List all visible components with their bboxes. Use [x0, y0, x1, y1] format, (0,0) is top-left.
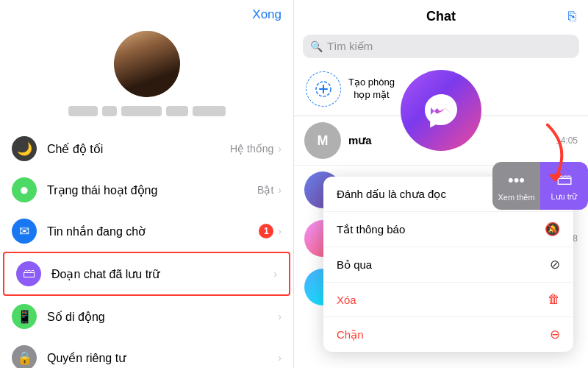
messenger-logo: [401, 70, 481, 151]
privacy-label: Quyền riêng tư: [47, 351, 278, 365]
name-bar: [68, 106, 226, 116]
right-panel: Chat ⎘ 🔍 Tìm kiếm Tạo phònghọp mặt: [294, 0, 588, 368]
avatar-mua: M: [304, 122, 341, 159]
ctx-label-delete: Xóa: [337, 294, 356, 306]
archive-label: Lưu trữ: [551, 192, 577, 202]
menu-item-archived[interactable]: 🗃 Đoạn chat đã lưu trữ ›: [3, 252, 290, 296]
chat-title: Chat: [426, 9, 456, 24]
name-block-4: [166, 106, 188, 116]
ctx-icon-delete: 🗑: [548, 292, 560, 307]
edit-icon[interactable]: ⎘: [568, 9, 576, 24]
chevron-icon: ›: [278, 184, 282, 196]
messenger-logo-area: [401, 70, 481, 151]
chevron-icon: ›: [278, 225, 282, 237]
menu-item-pending[interactable]: ✉ Tin nhắn đang chờ 1 ›: [0, 210, 293, 252]
ctx-label-mark-unread: Đánh dấu là chưa đọc: [337, 188, 446, 201]
dark-mode-value: Hệ thống: [230, 143, 273, 155]
ctx-block[interactable]: Chặn ⊖: [323, 317, 573, 352]
ctx-delete[interactable]: Xóa 🗑: [323, 283, 573, 317]
pending-right: 1 ›: [259, 224, 282, 238]
archived-label: Đoạn chat đã lưu trữ: [51, 267, 273, 281]
ctx-label-mute: Tắt thông báo: [337, 223, 405, 236]
chat-header: Chat ⎘: [294, 0, 588, 30]
ctx-label-block: Chặn: [337, 328, 364, 342]
name-block-1: [68, 106, 98, 116]
ctx-icon-mute: 🔕: [545, 222, 560, 237]
create-room-label: Tạo phònghọp mặt: [348, 77, 395, 102]
name-block-3: [121, 106, 162, 116]
create-room-icon: [306, 71, 341, 107]
privacy-right: ›: [278, 352, 282, 364]
menu-list: 🌙 Chế độ tối Hệ thống › ● Trạng thái hoạ…: [0, 128, 293, 368]
dark-mode-icon: 🌙: [12, 136, 37, 161]
ctx-icon-block: ⊖: [550, 327, 560, 342]
active-status-label: Trạng thái hoạt động: [47, 183, 257, 197]
top-bar: Xong: [0, 0, 293, 25]
ctx-label-ignore: Bỏ qua: [337, 258, 372, 272]
ctx-ignore[interactable]: Bỏ qua ⊘: [323, 247, 573, 283]
chevron-icon: ›: [278, 352, 282, 364]
see-more-label: Xem thêm: [498, 193, 534, 202]
done-button[interactable]: Xong: [252, 7, 282, 22]
chevron-icon: ›: [278, 143, 282, 155]
pending-badge: 1: [259, 224, 273, 238]
archived-right: ›: [273, 268, 277, 280]
ctx-mute[interactable]: Tắt thông báo 🔕: [323, 212, 573, 247]
name-block-2: [102, 106, 117, 116]
left-panel: Xong 🌙 Chế độ tối Hệ thống › ● Trạng thá…: [0, 0, 294, 368]
avatar-image: [114, 31, 180, 97]
active-status-value: Bật: [257, 184, 273, 196]
menu-item-phone[interactable]: 📱 Số di động ›: [0, 296, 293, 337]
dark-mode-label: Chế độ tối: [47, 142, 230, 156]
avatar: [114, 31, 180, 97]
search-input-wrap[interactable]: 🔍 Tìm kiếm: [303, 35, 579, 58]
search-placeholder: Tìm kiếm: [327, 40, 373, 53]
pending-label: Tin nhắn đang chờ: [47, 224, 259, 238]
search-icon: 🔍: [310, 40, 323, 52]
chevron-icon: ›: [278, 311, 282, 322]
privacy-icon: 🔒: [12, 345, 37, 368]
phone-icon: 📱: [12, 304, 37, 329]
archived-icon: 🗃: [16, 261, 41, 286]
menu-item-active-status[interactable]: ● Trạng thái hoạt động Bật ›: [0, 169, 293, 210]
name-block-5: [193, 106, 226, 116]
menu-item-dark-mode[interactable]: 🌙 Chế độ tối Hệ thống ›: [0, 128, 293, 169]
menu-item-privacy[interactable]: 🔒 Quyền riêng tư ›: [0, 337, 293, 368]
ctx-icon-ignore: ⊘: [550, 257, 560, 272]
chevron-icon: ›: [273, 268, 277, 280]
phone-label: Số di động: [47, 310, 278, 324]
profile-section: [0, 25, 293, 128]
search-bar: 🔍 Tìm kiếm: [294, 30, 588, 66]
phone-right: ›: [278, 311, 282, 322]
active-status-right: Bật ›: [257, 184, 282, 196]
active-status-icon: ●: [12, 177, 37, 202]
dark-mode-right: Hệ thống ›: [230, 143, 282, 155]
pending-icon: ✉: [12, 219, 37, 244]
